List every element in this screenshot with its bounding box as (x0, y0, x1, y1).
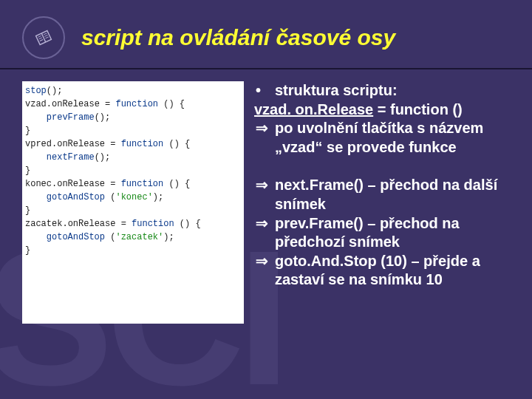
bullet-text: prev.Frame() – přechod na předchozí sním… (275, 214, 511, 252)
code-snippet: stop();vzad.onRelease = function () { pr… (22, 81, 244, 324)
bullet-item: prev.Frame() – přechod na předchozí sním… (254, 214, 511, 252)
code-line: } (25, 124, 241, 137)
bullet-item: po uvolnění tlačítka s názvem „vzad“ se … (254, 119, 511, 157)
code-line: } (25, 204, 241, 217)
slide-title: script na ovládání časové osy (81, 25, 395, 50)
arrow-icon (254, 176, 275, 214)
bullet-text: struktura scriptu: (275, 81, 511, 100)
code-line: gotoAndStop ('zacatek'); (25, 231, 241, 244)
code-line: vpred.onRelease = function () { (25, 137, 241, 151)
svg-line-3 (39, 38, 42, 39)
svg-line-2 (38, 35, 41, 37)
code-line: konec.onRelease = function () { (25, 177, 241, 191)
book-icon (33, 27, 55, 49)
header: script na ovládání časové osy (0, 0, 532, 69)
bullet-text: goto.And.Stop (10) – přejde a zastaví se… (275, 252, 511, 290)
code-line: } (25, 164, 241, 177)
svg-line-5 (44, 33, 47, 35)
svg-line-7 (45, 37, 48, 38)
code-line: } (25, 244, 241, 257)
arrow-icon (254, 252, 275, 290)
arrow-icon (254, 214, 275, 252)
bullet-item: goto.And.Stop (10) – přejde a zastaví se… (254, 252, 511, 290)
svg-line-1 (41, 33, 46, 42)
arrow-icon (254, 119, 275, 157)
underlined-text: vzad. on.Release (254, 101, 373, 117)
bullet-item: vzad. on.Release = function () (254, 100, 511, 120)
spacer (254, 157, 511, 176)
code-line: stop(); (25, 84, 241, 98)
bullet-item: next.Frame() – přechod na další snímek (254, 176, 511, 214)
bullet-item: struktura scriptu: (254, 81, 511, 100)
bullet-text: next.Frame() – přechod na další snímek (275, 176, 511, 214)
code-line: nextFrame(); (25, 151, 241, 164)
bullet-dot-icon (254, 81, 275, 100)
code-line: gotoAndStop ('konec'); (25, 191, 241, 204)
code-line: zacatek.onRelease = function () { (25, 217, 241, 231)
bullet-text: vzad. on.Release = function () (254, 100, 511, 120)
svg-line-4 (40, 39, 43, 41)
logo-circle (22, 16, 65, 59)
svg-line-6 (44, 35, 47, 36)
code-line: prevFrame(); (25, 111, 241, 124)
bullet-list: struktura scriptu: vzad. on.Release = fu… (254, 81, 511, 324)
code-line: vzad.onRelease = function () { (25, 98, 241, 111)
content-area: stop();vzad.onRelease = function () { pr… (0, 69, 532, 324)
bullet-text: po uvolnění tlačítka s názvem „vzad“ se … (275, 119, 511, 157)
